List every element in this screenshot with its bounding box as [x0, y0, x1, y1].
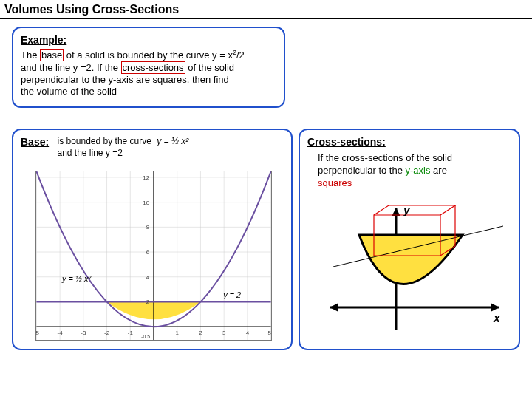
svg-text:-1: -1 — [128, 330, 134, 336]
title-text: Volumes Using Cross-Sections — [4, 3, 179, 16]
x-label: x — [493, 312, 501, 324]
svg-marker-36 — [330, 303, 338, 312]
svg-text:1: 1 — [176, 330, 180, 336]
svg-text:-0.5: -0.5 — [141, 334, 150, 339]
svg-text:10: 10 — [143, 200, 149, 206]
svg-text:2: 2 — [146, 299, 149, 306]
base-highlight: base — [40, 49, 64, 61]
example-text: The base of a solid is bounded by the cu… — [21, 49, 276, 98]
cross-section-diagram: y x — [330, 204, 507, 337]
svg-text:-4: -4 — [58, 330, 64, 336]
base-text: is bounded by the curve y = ½ x² and the… — [57, 136, 188, 159]
annot-line: y = 2 — [222, 291, 241, 300]
cross-sections-label: Cross-sections: — [307, 136, 511, 148]
cross-sections-panel: Cross-sections: If the cross-sections of… — [299, 129, 520, 350]
svg-text:-2: -2 — [104, 330, 109, 336]
content-area: Example: The base of a solid is bounded … — [0, 19, 532, 358]
squares-text: squares — [318, 177, 352, 188]
svg-text:2: 2 — [199, 330, 202, 336]
svg-text:6: 6 — [146, 249, 150, 256]
base-plot: -5-4-3-2-112345 24681012 y = ½ x² y = 2 … — [35, 171, 272, 341]
parabola-3d — [359, 235, 463, 284]
base-label: Base: — [21, 136, 49, 148]
yaxis-text: y-axis — [406, 165, 431, 176]
cross-sections-highlight: cross-sections — [121, 61, 185, 74]
annot-parabola: y = ½ x² — [61, 274, 91, 283]
svg-text:8: 8 — [146, 225, 150, 231]
y-label: y — [403, 204, 411, 216]
cross-sections-text: If the cross-sections of the solid perpe… — [318, 152, 511, 190]
svg-marker-35 — [491, 303, 499, 312]
svg-text:4: 4 — [146, 274, 150, 281]
svg-text:5: 5 — [267, 330, 271, 336]
lower-row: Base: is bounded by the curve y = ½ x² a… — [12, 129, 520, 350]
base-panel: Base: is bounded by the curve y = ½ x² a… — [12, 129, 293, 350]
example-box: Example: The base of a solid is bounded … — [12, 27, 285, 108]
svg-text:12: 12 — [143, 174, 149, 181]
svg-text:-3: -3 — [81, 330, 86, 336]
svg-text:-5: -5 — [35, 330, 40, 336]
svg-text:4: 4 — [246, 330, 250, 336]
example-label: Example: — [21, 34, 276, 46]
page-title: Volumes Using Cross-Sections — [0, 0, 532, 19]
svg-text:3: 3 — [222, 330, 226, 336]
base-formula: y = ½ x² — [157, 136, 188, 146]
